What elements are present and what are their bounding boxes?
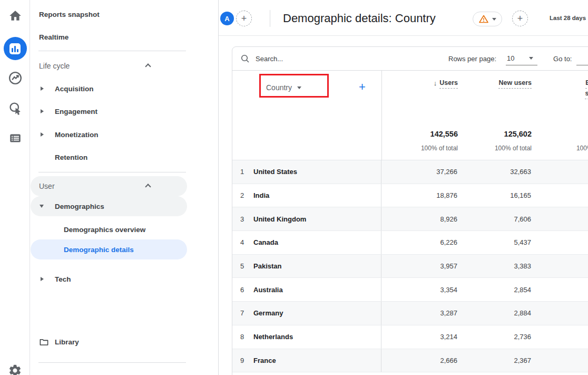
total-engaged-sessions-pct: 100% of total (532, 145, 588, 152)
row-rank: 8 (240, 333, 253, 341)
table-row: 4Canada 6,226 5,437 (232, 231, 588, 255)
users-cell: 3,214 (381, 325, 458, 349)
triangle-right-icon (41, 109, 44, 113)
totals-values: 142,556 125,602 (232, 130, 588, 138)
users-cell: 8,926 (381, 207, 458, 230)
users-cell: 3,354 (381, 278, 458, 301)
row-rank: 9 (240, 357, 253, 364)
bar-chart-icon (9, 43, 21, 54)
users-cell: 3,287 (381, 302, 458, 325)
advertising-icon[interactable] (0, 101, 30, 116)
caret-down-icon (529, 57, 533, 60)
sidebar-item-retention[interactable]: Retention (31, 147, 187, 167)
table-row: 7Germany 3,287 2,884 (232, 302, 588, 325)
column-header-new-users[interactable]: New users (458, 79, 532, 99)
total-new-users: 125,602 (458, 130, 532, 138)
column-header-users[interactable]: ↓ Users (381, 79, 458, 99)
chevron-up-icon (145, 63, 151, 69)
caret-down-icon (492, 18, 496, 21)
data-quality-button[interactable] (473, 12, 502, 26)
go-to-page-input[interactable] (576, 53, 588, 65)
sidebar-divider (38, 51, 186, 51)
search-input[interactable] (256, 55, 371, 63)
sidebar-item-demographics-overview[interactable]: Demographics overview (31, 219, 187, 239)
rows-per-page-select[interactable]: 10 (506, 53, 537, 65)
users-cell: 6,226 (381, 231, 458, 254)
report-header: A + Demographic details: Country + Last … (219, 0, 588, 36)
rows-per-page-label: Rows per page: (448, 55, 496, 63)
folder-icon (39, 337, 49, 347)
search-icon (241, 54, 249, 63)
plus-icon: + (241, 13, 247, 24)
sidebar-item-demographics[interactable]: Demographics (31, 196, 187, 216)
row-rank: 7 (240, 309, 253, 317)
row-rank: 5 (240, 262, 253, 270)
settings-gear-icon[interactable] (0, 363, 30, 375)
country-cell: Pakistan (253, 262, 281, 270)
country-cell: Australia (253, 286, 283, 294)
row-rank: 1 (240, 168, 253, 176)
explore-icon[interactable] (0, 71, 30, 85)
row-rank: 3 (240, 215, 253, 223)
nav-rail (0, 0, 30, 375)
sidebar-item-reports-snapshot[interactable]: Reports snapshot (31, 4, 187, 24)
sidebar-item-realtime[interactable]: Realtime (31, 27, 187, 47)
table-row: 6Australia 3,354 2,854 (232, 278, 588, 302)
users-cell: 3,957 (381, 255, 458, 278)
country-cell: United Kingdom (253, 215, 306, 223)
sidebar-section-user[interactable]: User (31, 176, 187, 196)
reports-active-chip (4, 37, 27, 60)
column-header-engaged-sessions[interactable]: Engaged sessions (532, 79, 588, 99)
triangle-down-icon (40, 205, 44, 208)
sidebar-item-acquisition[interactable]: Acquisition (31, 79, 187, 99)
table-row: 2India 18,876 16,165 (232, 184, 588, 208)
sidebar-item-demographic-details[interactable]: Demographic details (31, 239, 187, 259)
new-users-cell: 5,437 (458, 231, 532, 254)
comparison-avatar-chip[interactable]: A (220, 12, 234, 25)
table-row: 5Pakistan 3,957 3,383 (232, 255, 588, 278)
go-to-label: Go to: (553, 55, 572, 63)
sidebar-section-life-cycle[interactable]: Life cycle (31, 56, 187, 76)
totals-percentages: 100% of total 100% of total 100% of tota… (232, 145, 588, 152)
country-cell: Netherlands (253, 333, 293, 341)
country-cell: Germany (253, 309, 283, 317)
new-users-cell: 3,383 (458, 255, 532, 278)
country-cell: Canada (253, 238, 278, 246)
row-rank: 6 (240, 286, 253, 294)
table-toolbar: Rows per page: 10 Go to: (232, 47, 588, 71)
new-users-cell: 7,606 (458, 207, 532, 230)
total-users-pct: 100% of total (381, 145, 458, 152)
new-users-cell: 2,884 (458, 302, 532, 325)
table-row: 8Netherlands 3,214 2,736 (232, 325, 588, 349)
rows-per-page-value: 10 (507, 54, 514, 62)
admin-list-icon[interactable] (0, 131, 30, 145)
new-users-cell: 2,736 (458, 325, 532, 349)
row-rank: 4 (240, 238, 253, 246)
sidebar-item-monetization[interactable]: Monetization (31, 124, 187, 145)
users-cell: 2,666 (381, 349, 458, 372)
table-row: 3United Kingdom 8,926 7,606 (232, 207, 588, 231)
sidebar-item-tech[interactable]: Tech (31, 269, 187, 289)
triangle-right-icon (41, 277, 44, 281)
header-divider (270, 10, 270, 27)
warning-triangle-icon (479, 15, 488, 23)
reports-icon[interactable] (0, 37, 30, 60)
main-content: A + Demographic details: Country + Last … (219, 0, 588, 375)
chevron-up-icon (145, 184, 151, 189)
share-insight-button[interactable]: + (512, 11, 528, 26)
new-users-cell: 32,663 (458, 160, 532, 184)
reports-sidebar: Reports snapshot Realtime Life cycle Acq… (30, 0, 219, 375)
total-users: 142,556 (381, 130, 458, 138)
sidebar-item-library[interactable]: Library (31, 332, 187, 352)
date-range-selector[interactable]: Last 28 days (550, 15, 586, 21)
report-table-card: Rows per page: 10 Go to: Country + (232, 46, 588, 375)
total-new-users-pct: 100% of total (458, 145, 532, 152)
sidebar-item-engagement[interactable]: Engagement (31, 101, 187, 121)
country-cell: India (253, 191, 269, 199)
home-icon[interactable] (0, 9, 30, 23)
total-engaged-sessions (532, 130, 588, 138)
new-users-cell: 2,367 (458, 349, 532, 372)
new-users-cell: 16,165 (458, 184, 532, 207)
add-comparison-button[interactable]: + (236, 11, 252, 26)
country-cell: United States (253, 168, 297, 176)
